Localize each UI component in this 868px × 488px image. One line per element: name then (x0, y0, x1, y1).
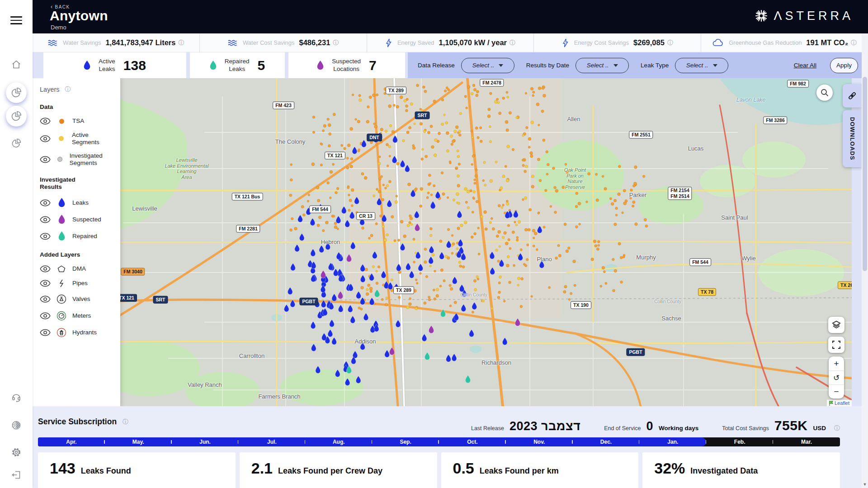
layer-item-investigated-segments[interactable]: Investigated Segments (40, 152, 116, 166)
info-icon[interactable]: ⓘ (834, 424, 840, 432)
info-icon[interactable]: ⓘ (851, 39, 857, 47)
timeline-month: Mar. (773, 437, 840, 446)
support-headset-icon[interactable] (6, 388, 27, 408)
layer-label: Active Segments (72, 131, 116, 145)
eye-visibility-icon[interactable] (40, 329, 51, 336)
leaflet-attribution[interactable]: Leaflet (827, 400, 852, 406)
home-icon[interactable] (6, 54, 27, 75)
scrollbar-thumb[interactable] (863, 77, 867, 271)
reset-rotation-button[interactable]: ↺ (829, 371, 844, 385)
kpi-leaks-found: 143Leaks Found (38, 452, 236, 488)
zoom-out-button[interactable]: − (829, 385, 844, 399)
stat-label: Greenhouse Gas Reduction (729, 39, 802, 46)
info-icon[interactable]: ⓘ (178, 39, 184, 47)
map-search-button[interactable] (816, 84, 833, 101)
info-icon[interactable]: ⓘ (65, 85, 71, 94)
eye-visibility-icon[interactable] (40, 216, 51, 223)
eye-visibility-icon[interactable] (40, 135, 51, 142)
scrollbar-down-arrow[interactable]: ▼ (862, 482, 868, 487)
layer-item-dma[interactable]: DMA (40, 265, 116, 272)
dot-swatch-icon (56, 136, 66, 141)
app-header: ‹BACK Anytown Demo ΛSTERRA (33, 0, 868, 33)
map-layers-button[interactable] (828, 317, 844, 333)
leak-summary-cards: ActiveLeaks138RepairedLeaks5SuspectedLoc… (33, 52, 405, 78)
layer-label: Pipes (72, 280, 88, 287)
eye-visibility-icon[interactable] (40, 312, 51, 319)
eye-visibility-icon[interactable] (40, 233, 51, 240)
filter-select-data-release[interactable]: Select .. (461, 58, 514, 73)
layer-label: Repaired (72, 233, 97, 240)
eye-visibility-icon[interactable] (40, 265, 51, 272)
eye-visibility-icon[interactable] (40, 280, 51, 287)
timeline-month: Sep. (372, 437, 439, 446)
layer-item-valves[interactable]: Valves (40, 294, 116, 304)
service-subscription-title: Service Subscriptionⓘ (38, 417, 128, 427)
kpi-cards: 143Leaks Found 2.1Leaks Found per Crew D… (38, 452, 840, 488)
filter-label: Data Release (418, 62, 455, 69)
eye-visibility-icon[interactable] (40, 156, 51, 163)
info-icon[interactable]: ⓘ (123, 418, 128, 426)
dot-outline-swatch-icon (56, 157, 64, 162)
leaflet-flag-icon (829, 401, 833, 406)
layers-section-heading: Investigated Results (40, 176, 94, 191)
last-release-value: 2023 דצמבר (509, 419, 580, 433)
pie-chart-icon[interactable] (6, 82, 27, 103)
kpi-leaks-per-crew-day: 2.1Leaks Found per Crew Day (240, 452, 437, 488)
layer-item-tsa[interactable]: TSA (40, 117, 116, 125)
map-canvas[interactable]: The ColonyAllenLucasParkerSaint PaulPlan… (33, 78, 852, 406)
layer-label: DMA (72, 265, 86, 272)
layers-section-heading: Data (40, 103, 94, 111)
contrast-theme-icon[interactable] (6, 415, 27, 436)
stat-label: Water Savings (63, 39, 101, 46)
layer-item-meters[interactable]: Meters (40, 311, 116, 321)
info-icon[interactable]: ⓘ (509, 39, 515, 47)
share-link-button[interactable] (843, 84, 862, 108)
page-scrollbar[interactable]: ▼ (862, 33, 868, 488)
zoom-in-button[interactable]: + (829, 357, 844, 371)
eye-visibility-icon[interactable] (40, 199, 51, 206)
eye-visibility-icon[interactable] (40, 296, 51, 303)
info-icon[interactable]: ⓘ (667, 39, 673, 47)
droplet-swatch-icon (56, 198, 67, 208)
info-icon[interactable]: ⓘ (333, 39, 339, 47)
timeline-month: Jan. (639, 437, 706, 446)
stat-value: 191 MT CO₂ (806, 38, 848, 47)
timeline-month: Apr. (38, 437, 105, 446)
filter-label: Leak Type (641, 62, 669, 69)
layer-item-repaired[interactable]: Repaired (40, 231, 116, 241)
stat-value: $269,085 (633, 38, 665, 47)
layer-item-hydrants[interactable]: Hydrants (40, 328, 116, 338)
downloads-tab[interactable]: DOWNLOADS (843, 110, 862, 167)
cloud-icon (712, 39, 723, 47)
layer-label: Investigated Segments (70, 152, 116, 166)
eye-visibility-icon[interactable] (40, 117, 51, 125)
service-subscription-section: Service Subscriptionⓘ Last Release 2023 … (33, 406, 862, 488)
pie-chart-icon[interactable] (6, 133, 27, 154)
filter-select-leak-type[interactable]: Select .. (675, 58, 728, 73)
layer-label: Leaks (72, 199, 89, 206)
timeline-month: Oct. (439, 437, 506, 446)
fullscreen-button[interactable] (828, 337, 844, 353)
filter-select-results-by-date[interactable]: Select .. (576, 58, 629, 73)
water-waves-icon (47, 39, 57, 47)
total-cost-savings: Total Cost Savings 755K USD ⓘ (722, 418, 840, 433)
settings-gear-icon[interactable] (6, 442, 27, 463)
valves-swatch-icon (56, 294, 67, 304)
apply-button[interactable]: Apply (830, 58, 858, 73)
chevron-down-icon (499, 64, 503, 67)
layer-item-leaks[interactable]: Leaks (40, 198, 116, 208)
page-subtitle: Demo (51, 24, 66, 31)
menu-icon[interactable] (10, 16, 22, 24)
layer-item-suspected[interactable]: Suspected (40, 215, 116, 225)
logout-icon[interactable] (6, 465, 27, 485)
asterra-logo: ΛSTERRA (754, 8, 854, 23)
layer-item-pipes[interactable]: Pipes (40, 279, 116, 287)
droplet-icon (84, 61, 90, 70)
summary-filter-row: ActiveLeaks138RepairedLeaks5SuspectedLoc… (33, 52, 868, 78)
zoom-controls: + ↺ − (829, 357, 844, 399)
stat-value: 1,841,783,947 Liters (105, 38, 175, 47)
layer-item-active-segments[interactable]: Active Segments (40, 131, 116, 145)
clear-all-link[interactable]: Clear All (794, 62, 816, 69)
stat-label: Energy Saved (397, 39, 434, 46)
pie-chart-icon[interactable] (6, 106, 27, 127)
